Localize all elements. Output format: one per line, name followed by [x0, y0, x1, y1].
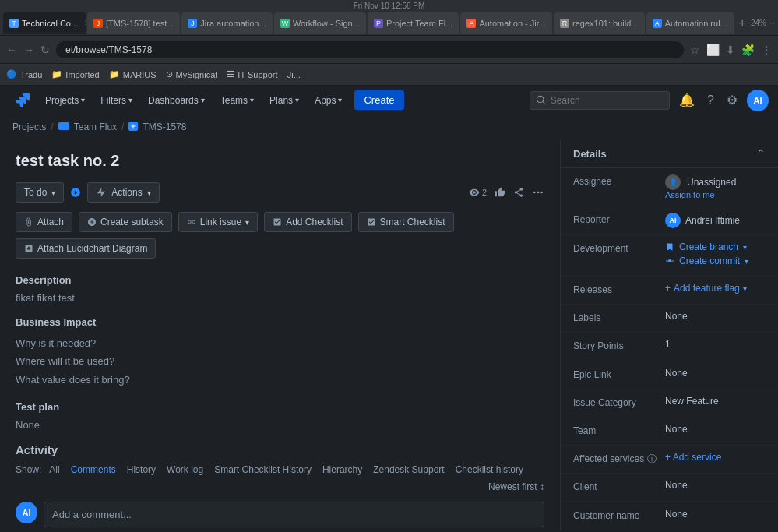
bookmark-mysignicat[interactable]: ⊙ MySignicat: [166, 69, 218, 79]
show-label: Show:: [16, 464, 41, 475]
client-value: None: [665, 480, 766, 491]
tab-close-1[interactable]: ✕: [84, 19, 86, 27]
watch-button[interactable]: 2: [469, 187, 487, 198]
create-button[interactable]: Create: [354, 90, 403, 110]
attach-lucidchart-button[interactable]: Attach Lucidchart Diagram: [16, 238, 156, 259]
filter-hierarchy[interactable]: Hierarchy: [319, 463, 365, 477]
tab-favicon-1: T: [9, 19, 19, 28]
new-tab-button[interactable]: +: [736, 16, 749, 30]
tab-regex101[interactable]: R regex101: build... ✕: [554, 12, 645, 34]
filter-worklog[interactable]: Work log: [164, 463, 206, 477]
projects-chevron: ▾: [81, 96, 85, 104]
actions-chevron: ▾: [147, 188, 151, 197]
breadcrumb-team-flux-link[interactable]: Team Flux: [74, 122, 117, 132]
tab-technical[interactable]: T Technical Co... ✕: [3, 12, 86, 34]
add-service-button[interactable]: + Add service: [665, 452, 766, 463]
tab-workflow[interactable]: W Workflow - Sign... ✕: [274, 12, 366, 34]
topbar-filters[interactable]: Filters ▾: [94, 92, 139, 109]
topbar-dashboards[interactable]: Dashboards ▾: [142, 92, 211, 109]
search-box[interactable]: [530, 91, 670, 110]
filter-history[interactable]: History: [124, 463, 159, 477]
filter-checklist-history[interactable]: Checklist history: [452, 463, 526, 477]
more-icon: [532, 186, 544, 199]
sort-control[interactable]: Newest first ↕: [488, 481, 544, 492]
app-topbar: Projects ▾ Filters ▾ Dashboards ▾ Teams …: [0, 86, 778, 115]
topbar-teams[interactable]: Teams ▾: [214, 92, 260, 109]
releases-label: Releases: [573, 283, 659, 298]
tab-label-1: Technical Co...: [22, 19, 78, 28]
thumbsup-icon: [495, 187, 505, 198]
affected-services-info-icon[interactable]: ⓘ: [647, 453, 657, 464]
bookmark-marius-icon: 📁: [109, 69, 120, 79]
svg-point-3: [537, 192, 540, 194]
share-button[interactable]: [513, 187, 524, 198]
topbar-jira-logo[interactable]: [9, 90, 36, 111]
breadcrumb-issue-link[interactable]: TMS-1578: [143, 122, 186, 132]
address-bar: ← → ↻ ☆ ⬜ ⬇ 🧩 ⋮: [0, 36, 778, 64]
status-dropdown[interactable]: To do ▾: [16, 182, 64, 203]
back-button[interactable]: ←: [6, 44, 17, 56]
refresh-button[interactable]: ↻: [40, 44, 50, 56]
filter-smart-checklist[interactable]: Smart Checklist History: [211, 463, 315, 477]
tab-automation-jira[interactable]: A Automation - Jir... ✕: [460, 12, 552, 34]
business-q1: Why is it needed?: [16, 334, 544, 352]
help-button[interactable]: ?: [704, 90, 717, 111]
topbar-projects[interactable]: Projects ▾: [39, 92, 91, 109]
attach-button[interactable]: Attach: [16, 212, 72, 232]
create-commit-link[interactable]: Create commit ▾: [665, 255, 766, 266]
link-issue-button[interactable]: Link issue ▾: [178, 212, 258, 232]
filter-all[interactable]: All: [46, 463, 62, 477]
add-feature-flag-button[interactable]: + Add feature flag ▾: [665, 283, 766, 294]
bookmark-star[interactable]: ☆: [690, 44, 700, 56]
filter-comments[interactable]: Comments: [68, 463, 119, 477]
user-avatar[interactable]: AI: [747, 90, 769, 111]
notifications-button[interactable]: 🔔: [676, 90, 698, 111]
teams-chevron: ▾: [250, 96, 254, 104]
forward-button[interactable]: →: [23, 44, 34, 56]
details-collapse-button[interactable]: ⌃: [756, 147, 766, 160]
search-input[interactable]: [551, 95, 663, 106]
add-checklist-button[interactable]: Add Checklist: [264, 212, 351, 232]
tab-automation-rule[interactable]: A Automation rul... ✕: [646, 12, 734, 34]
filter-zendesk[interactable]: Zendesk Support: [370, 463, 447, 477]
actions-button[interactable]: Actions ▾: [87, 182, 159, 203]
comment-input[interactable]: Add a comment...: [44, 502, 544, 527]
reporter-name: Andrei Iftimie: [685, 215, 740, 226]
assign-to-me-link[interactable]: Assign to me: [665, 190, 766, 199]
activity-header: Activity: [16, 443, 544, 456]
tab-tms1578[interactable]: J [TMS-1578] test... ✕: [87, 12, 180, 34]
download-icon[interactable]: ⬇: [726, 44, 735, 56]
extensions-icon[interactable]: 🧩: [741, 44, 755, 56]
activity-section: Activity Show: All Comments History Work…: [16, 443, 544, 530]
minimize-button[interactable]: ─: [769, 19, 775, 27]
bookmark-imported-icon: 📁: [51, 69, 62, 79]
settings-button[interactable]: ⚙: [723, 90, 741, 111]
epic-link-value: None: [665, 368, 766, 379]
create-branch-label: Create branch: [679, 241, 738, 252]
tab-jira-automation[interactable]: J Jira automation... ✕: [181, 12, 273, 34]
smart-checklist-button[interactable]: Smart Checklist: [358, 212, 454, 232]
labels-label: Labels: [573, 311, 659, 326]
address-input[interactable]: [56, 41, 684, 58]
sort-icon: ↕: [540, 481, 544, 492]
tab-close-8[interactable]: ✕: [734, 19, 734, 27]
breadcrumb-projects-link[interactable]: Projects: [12, 122, 46, 132]
like-button[interactable]: [495, 187, 505, 198]
create-subtask-button[interactable]: Create subtask: [79, 212, 172, 232]
description-section: Description fikat fikat test: [16, 274, 544, 304]
bookmark-it-support[interactable]: ☰ IT Support – Ji...: [227, 69, 301, 79]
bookmark-imported[interactable]: 📁 Imported: [51, 69, 99, 79]
create-branch-link[interactable]: Create branch ▾: [665, 241, 766, 252]
menu-icon[interactable]: ⋮: [761, 44, 772, 56]
bookmark-marius[interactable]: 📁 MARIUS: [109, 69, 157, 79]
business-impact-label: Business Impact: [16, 316, 544, 328]
team-label: Team: [573, 424, 659, 439]
description-text: fikat fikat test: [16, 292, 544, 304]
topbar-apps[interactable]: Apps ▾: [308, 92, 348, 109]
bookmark-tradu[interactable]: 🔵 Tradu: [6, 69, 42, 79]
more-options-button[interactable]: [532, 186, 544, 199]
screenshot-icon[interactable]: ⬜: [706, 44, 720, 56]
topbar-plans[interactable]: Plans ▾: [263, 92, 305, 109]
bookmark-it-support-label: IT Support – Ji...: [238, 70, 301, 79]
tab-project-team[interactable]: P Project Team Fl... ✕: [368, 12, 459, 34]
